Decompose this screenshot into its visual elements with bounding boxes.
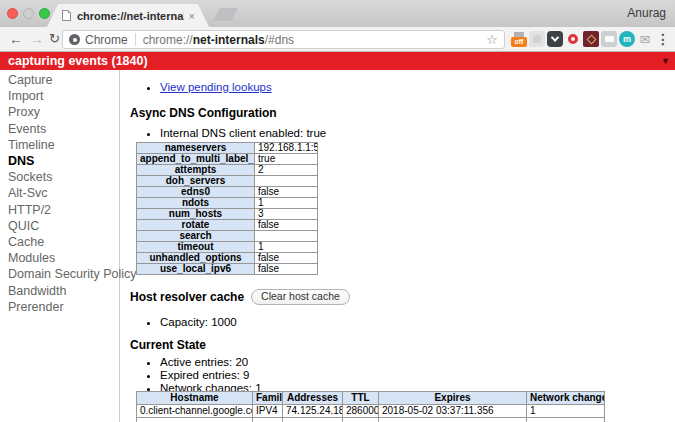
col-network-changes: Network changes [527, 392, 605, 405]
table-row: doh_servers [137, 176, 318, 187]
off-badge: off [511, 37, 527, 47]
mail-m-extension-icon[interactable]: m [619, 31, 635, 47]
speech-bubble-icon [605, 36, 614, 42]
config-key: append_to_multi_label_name [137, 154, 255, 165]
host-resolver-row: Host resolver cache Clear host cache [130, 289, 350, 305]
table-header-row: Hostname Family Addresses TTL Expires Ne… [137, 392, 605, 405]
capture-status-label: capturing events (1840) [8, 52, 148, 70]
cell-network-changes [527, 418, 605, 422]
sidebar-item-timeline[interactable]: Timeline [8, 137, 119, 153]
profile-name[interactable]: Anurag [627, 6, 666, 20]
col-family: Family [253, 392, 283, 405]
sidebar-item-prerender[interactable]: Prerender [8, 299, 119, 315]
clear-host-cache-button[interactable]: Clear host cache [251, 289, 350, 305]
table-row: num_hosts3 [137, 209, 318, 220]
host-cache-table: Hostname Family Addresses TTL Expires Ne… [136, 391, 605, 422]
chevron-down-icon [551, 33, 559, 41]
bookmark-star-icon[interactable]: ☆ [486, 32, 498, 47]
table-row: attempts2 [137, 165, 318, 176]
browser-tab[interactable]: chrome://net-internals/#dns × [47, 4, 209, 27]
config-value: 192.168.1.1:53 [255, 143, 318, 154]
view-pending-lookups-link[interactable]: View pending lookups [160, 81, 272, 93]
sidebar-item-cache[interactable]: Cache [8, 234, 119, 250]
sidebar-item-sockets[interactable]: Sockets [8, 169, 119, 185]
browser-window: chrome://net-internals/#dns × Anurag ← →… [0, 0, 675, 422]
sidebar-item-quic[interactable]: QUIC [8, 218, 119, 234]
envelope-extension-icon[interactable]: ✉ [637, 31, 653, 47]
browser-menu-icon[interactable]: ⋮ [656, 31, 670, 47]
config-value: false [255, 264, 318, 275]
col-addresses: Addresses [283, 392, 343, 405]
sidebar-item-dns[interactable]: DNS [8, 153, 119, 169]
table-row [137, 418, 605, 422]
reload-icon[interactable]: ↻ [49, 30, 60, 48]
cell-family: IPV4 [253, 405, 283, 418]
toolbar: ← → ↻ Chrome chrome://net-internals/#dns… [0, 27, 675, 52]
config-value [255, 231, 318, 242]
table-row: rotatefalse [137, 220, 318, 231]
chrome-product-icon [69, 34, 80, 45]
cell-expires [379, 418, 527, 422]
dropdown-arrow-icon[interactable]: ▼ [661, 52, 670, 70]
config-value: 3 [255, 209, 318, 220]
state-list: Active entries: 20 Expired entries: 9 Ne… [130, 356, 262, 395]
new-tab-button[interactable] [213, 8, 238, 21]
capacity-text: Capacity: 1000 [160, 316, 237, 329]
table-row: timeout1 [137, 242, 318, 253]
omnibox[interactable]: Chrome chrome://net-internals/#dns ☆ [62, 30, 505, 49]
sidebar-item-capture[interactable]: Capture [8, 72, 119, 88]
current-state-heading: Current State [130, 338, 206, 352]
cell-network-changes: 1 [527, 405, 605, 418]
capacity-list: Capacity: 1000 [130, 316, 237, 329]
table-row: use_local_ipv6false [137, 264, 318, 275]
red-ring-extension-icon[interactable] [565, 31, 581, 47]
sidebar-item-bandwidth[interactable]: Bandwidth [8, 283, 119, 299]
window-zoom-button[interactable] [39, 8, 50, 19]
dns-config-table: nameservers192.168.1.1:53 append_to_mult… [136, 142, 318, 275]
omnibox-divider [135, 33, 136, 46]
config-value: 2 [255, 165, 318, 176]
pocket-extension-icon[interactable] [547, 31, 563, 47]
adblocker-off-extension-icon[interactable]: off [511, 31, 527, 47]
config-key: rotate [137, 220, 255, 231]
sidebar-item-events[interactable]: Events [8, 121, 119, 137]
capture-status-bar[interactable]: capturing events (1840) ▼ [0, 52, 675, 70]
sidebar-list: Capture Import Proxy Events Timeline DNS… [0, 70, 119, 315]
list-item: View pending lookups [160, 81, 272, 94]
back-icon[interactable]: ← [9, 30, 23, 48]
col-ttl: TTL [343, 392, 379, 405]
ring-icon [568, 34, 578, 44]
config-key: num_hosts [137, 209, 255, 220]
config-key: edns0 [137, 187, 255, 198]
omnibox-url[interactable]: chrome://net-internals/#dns [143, 33, 483, 47]
dns-client-enabled-text: Internal DNS client enabled: true [160, 127, 326, 140]
config-value: true [255, 154, 318, 165]
window-close-button[interactable] [7, 8, 18, 19]
window-minimize-button[interactable] [23, 8, 34, 19]
config-value: 1 [255, 242, 318, 253]
pending-lookups-list: View pending lookups [130, 81, 272, 94]
active-entries-text: Active entries: 20 [160, 356, 262, 369]
config-key: search [137, 231, 255, 242]
maroon-seal-extension-icon[interactable] [583, 31, 599, 47]
sidebar-item-import[interactable]: Import [8, 88, 119, 104]
sidebar-item-http2[interactable]: HTTP/2 [8, 202, 119, 218]
forward-icon[interactable]: → [30, 30, 44, 48]
sidebar-item-modules[interactable]: Modules [8, 250, 119, 266]
extension-row: off m ✉ [511, 31, 653, 47]
sidebar: Capture Import Proxy Events Timeline DNS… [0, 70, 120, 422]
seal-mark-icon [586, 34, 596, 44]
host-resolver-heading: Host resolver cache [130, 290, 244, 304]
cell-ttl: 286000 [343, 405, 379, 418]
sidebar-item-domain-security-policy[interactable]: Domain Security Policy [8, 266, 119, 282]
config-value: false [255, 187, 318, 198]
cell-addresses [283, 418, 343, 422]
config-value: 1 [255, 198, 318, 209]
sidebar-item-proxy[interactable]: Proxy [8, 104, 119, 120]
disabled-extension-icon[interactable] [529, 31, 545, 47]
chat-bubble-extension-icon[interactable] [601, 31, 617, 47]
tab-close-icon[interactable]: × [189, 10, 195, 22]
table-row: nameservers192.168.1.1:53 [137, 143, 318, 154]
sidebar-item-alt-svc[interactable]: Alt-Svc [8, 185, 119, 201]
url-prefix: chrome:// [143, 33, 193, 47]
